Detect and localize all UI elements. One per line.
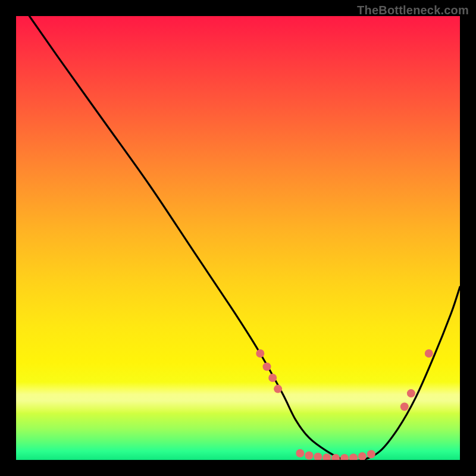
data-point — [407, 389, 415, 397]
data-point — [340, 454, 349, 460]
data-points — [256, 349, 433, 460]
data-point — [349, 453, 358, 460]
data-point — [322, 453, 331, 460]
chart-stage: TheBottleneck.com — [0, 0, 476, 476]
data-point — [274, 385, 282, 393]
data-point — [400, 403, 409, 411]
plot-area — [16, 16, 460, 460]
data-point — [305, 452, 313, 460]
data-point — [263, 362, 271, 371]
bottleneck-curve — [29, 16, 460, 460]
data-point — [314, 453, 322, 460]
data-point — [367, 450, 375, 458]
data-point — [256, 349, 264, 358]
data-point — [425, 349, 433, 358]
data-point — [296, 449, 304, 458]
data-point — [358, 452, 367, 460]
data-point — [268, 374, 277, 382]
watermark-text: TheBottleneck.com — [357, 4, 469, 17]
chart-svg — [16, 16, 460, 460]
